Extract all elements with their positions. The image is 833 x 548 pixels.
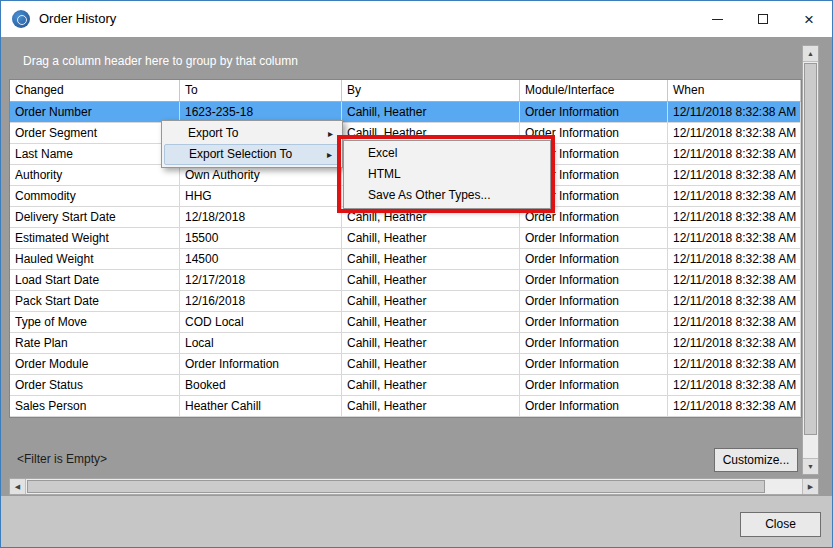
cell-module-interface: Order Information	[520, 375, 668, 396]
cell-module-interface: Order Information	[520, 270, 668, 291]
table-row[interactable]: Order Number 1623-235-18 Cahill, Heather…	[10, 102, 801, 123]
cell-when: 12/11/2018 8:32:38 AM	[668, 312, 801, 333]
menu-item-label: Export To	[188, 126, 238, 140]
cell-changed: Load Start Date	[10, 270, 180, 291]
scroll-up-icon[interactable]: ▲	[803, 46, 818, 62]
table-row[interactable]: Order Status Booked Cahill, Heather Orde…	[10, 375, 801, 396]
cell-changed: Rate Plan	[10, 333, 180, 354]
cell-when: 12/11/2018 8:32:38 AM	[668, 291, 801, 312]
window-controls: ×	[694, 1, 832, 37]
group-by-drop-zone[interactable]: Drag a column header here to group by th…	[9, 45, 802, 77]
cell-by: Cahill, Heather	[342, 102, 520, 123]
order-history-grid: Changed To By Module/Interface When Orde…	[9, 79, 802, 418]
cell-to: HHG	[180, 186, 342, 207]
cell-when: 12/11/2018 8:32:38 AM	[668, 249, 801, 270]
cell-module-interface: Order Information	[520, 396, 668, 417]
cell-by: Cahill, Heather	[342, 396, 520, 417]
grid-header: Changed To By Module/Interface When	[10, 80, 801, 102]
horizontal-scrollbar[interactable]: ◀ ▶	[9, 478, 819, 495]
cell-to: 12/17/2018	[180, 270, 342, 291]
cell-to: 14500	[180, 249, 342, 270]
cell-by: Cahill, Heather	[342, 333, 520, 354]
cell-changed: Sales Person	[10, 396, 180, 417]
table-row[interactable]: Pack Start Date 12/16/2018 Cahill, Heath…	[10, 291, 801, 312]
vertical-scrollbar-thumb[interactable]	[804, 63, 817, 435]
cell-when: 12/11/2018 8:32:38 AM	[668, 102, 801, 123]
submenu-arrow-icon: ▸	[328, 123, 333, 144]
maximize-button[interactable]	[740, 1, 786, 37]
cell-by: Cahill, Heather	[342, 270, 520, 291]
menu-item-html[interactable]: HTML	[346, 164, 548, 185]
cell-to: Local	[180, 333, 342, 354]
cell-module-interface: Order Information	[520, 291, 668, 312]
cell-changed: Order Module	[10, 354, 180, 375]
column-header-when[interactable]: When	[668, 80, 801, 102]
close-icon: ×	[804, 11, 814, 28]
cell-changed: Pack Start Date	[10, 291, 180, 312]
cell-changed: Order Status	[10, 375, 180, 396]
menu-item-excel[interactable]: Excel	[346, 143, 548, 164]
menu-item-save-as-other-types[interactable]: Save As Other Types...	[346, 185, 548, 206]
filter-status-text: <Filter is Empty>	[17, 444, 107, 474]
cell-when: 12/11/2018 8:32:38 AM	[668, 270, 801, 291]
cell-changed: Type of Move	[10, 312, 180, 333]
titlebar: Order History ×	[1, 1, 832, 37]
column-header-module-interface[interactable]: Module/Interface	[520, 80, 668, 102]
cell-by: Cahill, Heather	[342, 249, 520, 270]
close-button[interactable]: Close	[740, 512, 821, 537]
cell-to: Booked	[180, 375, 342, 396]
table-row[interactable]: Type of Move COD Local Cahill, Heather O…	[10, 312, 801, 333]
cell-changed: Hauled Weight	[10, 249, 180, 270]
table-row[interactable]: Sales Person Heather Cahill Cahill, Heat…	[10, 396, 801, 417]
cell-module-interface: Order Information	[520, 333, 668, 354]
column-header-to[interactable]: To	[180, 80, 342, 102]
cell-when: 12/11/2018 8:32:38 AM	[668, 186, 801, 207]
cell-module-interface: Order Information	[520, 102, 668, 123]
cell-module-interface: Order Information	[520, 249, 668, 270]
cell-to: Own Authority	[180, 165, 342, 186]
cell-to: Heather Cahill	[180, 396, 342, 417]
scroll-down-icon[interactable]: ▼	[803, 458, 818, 474]
cell-when: 12/11/2018 8:32:38 AM	[668, 354, 801, 375]
table-row[interactable]: Rate Plan Local Cahill, Heather Order In…	[10, 333, 801, 354]
minimize-button[interactable]	[694, 1, 740, 37]
cell-by: Cahill, Heather	[342, 228, 520, 249]
cell-by: Cahill, Heather	[342, 312, 520, 333]
cell-by: Cahill, Heather	[342, 291, 520, 312]
menu-item-export-selection-to[interactable]: Export Selection To ▸	[164, 144, 340, 165]
cell-to: 15500	[180, 228, 342, 249]
cell-to: COD Local	[180, 312, 342, 333]
column-header-changed[interactable]: Changed	[10, 80, 180, 102]
window-title: Order History	[39, 1, 116, 37]
context-menu: Export To ▸ Export Selection To ▸	[161, 120, 343, 168]
app-icon	[12, 10, 30, 28]
cell-when: 12/11/2018 8:32:38 AM	[668, 123, 801, 144]
submenu-arrow-icon: ▸	[327, 145, 332, 164]
cell-changed: Order Segment	[10, 123, 180, 144]
cell-changed: Authority	[10, 165, 180, 186]
minimize-icon	[712, 19, 723, 20]
cell-to: Order Information	[180, 354, 342, 375]
cell-changed: Last Name	[10, 144, 180, 165]
cell-when: 12/11/2018 8:32:38 AM	[668, 228, 801, 249]
cell-when: 12/11/2018 8:32:38 AM	[668, 375, 801, 396]
table-row[interactable]: Delivery Start Date 12/18/2018 Cahill, H…	[10, 207, 801, 228]
cell-module-interface: Order Information	[520, 354, 668, 375]
vertical-scrollbar[interactable]: ▲ ▼	[802, 45, 819, 475]
customize-button[interactable]: Customize...	[714, 448, 798, 472]
column-header-by[interactable]: By	[342, 80, 520, 102]
menu-item-export-to[interactable]: Export To ▸	[164, 123, 340, 144]
cell-module-interface: Order Information	[520, 228, 668, 249]
cell-changed: Estimated Weight	[10, 228, 180, 249]
scroll-right-icon[interactable]: ▶	[802, 479, 818, 494]
table-row[interactable]: Hauled Weight 14500 Cahill, Heather Orde…	[10, 249, 801, 270]
table-row[interactable]: Load Start Date 12/17/2018 Cahill, Heath…	[10, 270, 801, 291]
horizontal-scrollbar-thumb[interactable]	[27, 480, 765, 493]
cell-module-interface: Order Information	[520, 312, 668, 333]
cell-module-interface: Order Information	[520, 207, 668, 228]
group-by-text: Drag a column header here to group by th…	[23, 45, 802, 77]
scroll-left-icon[interactable]: ◀	[10, 479, 26, 494]
close-window-button[interactable]: ×	[786, 1, 832, 37]
table-row[interactable]: Order Module Order Information Cahill, H…	[10, 354, 801, 375]
table-row[interactable]: Estimated Weight 15500 Cahill, Heather O…	[10, 228, 801, 249]
